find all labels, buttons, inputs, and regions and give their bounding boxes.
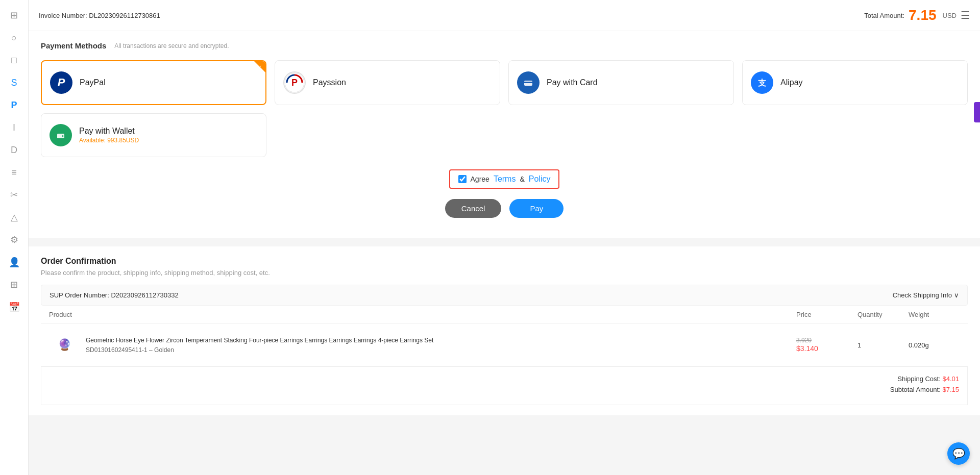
payssion-label: Payssion — [313, 78, 346, 87]
sidebar-icon-layers[interactable]: ≡ — [5, 163, 23, 182]
svg-text:P: P — [291, 78, 298, 88]
shipping-cost-label: Shipping Cost: — [897, 375, 941, 383]
product-name: Geometric Horse Eye Flower Zircon Temper… — [86, 336, 433, 345]
sup-order-number: SUP Order Number: D20230926112730332 — [50, 291, 179, 299]
product-table-row: 🔮 Geometric Horse Eye Flower Zircon Temp… — [41, 324, 968, 366]
payment-method-card[interactable]: Pay with Card — [508, 60, 734, 105]
main-content: Invoice Number: DL20230926112730861 Tota… — [29, 0, 980, 475]
total-amount: 7.15 — [909, 7, 937, 23]
shipping-cost-value: $4.01 — [942, 375, 959, 383]
sidebar-icon-box[interactable]: D — [5, 141, 23, 159]
topbar: Invoice Number: DL20230926112730861 Tota… — [29, 0, 980, 31]
alipay-icon: 支 — [751, 71, 773, 94]
alipay-label: Alipay — [780, 78, 803, 87]
chat-button[interactable]: 💬 — [947, 442, 970, 465]
payment-secure: All transactions are secure and encrypte… — [114, 42, 229, 49]
agree-box: Agree Terms & Policy — [449, 169, 560, 189]
sidebar: ⊞ ○ □ S P I D ≡ ✂ △ ⚙ 👤 ⊞ 📅 — [0, 0, 29, 475]
payment-method-payssion[interactable]: P Payssion — [275, 60, 500, 105]
paypal-label: PayPal — [80, 78, 106, 87]
sidebar-icon-chart[interactable]: △ — [5, 208, 23, 227]
invoice-number: Invoice Number: DL20230926112730861 — [39, 12, 160, 19]
agree-text-mid: & — [520, 175, 524, 183]
product-thumbnail: 🔮 — [49, 332, 80, 358]
agree-checkbox[interactable] — [458, 175, 467, 183]
payment-methods-row2: Pay with Wallet Available: 993.85USD — [41, 113, 968, 157]
agree-text-before: Agree — [471, 175, 489, 183]
agree-policy-link[interactable]: Policy — [529, 174, 551, 184]
product-sku: SD01301602495411-1 – Golden — [86, 346, 433, 354]
right-panel-indicator — [974, 102, 980, 122]
sidebar-icon-home[interactable]: ⊞ — [5, 6, 23, 24]
order-title: Order Confirmation — [41, 257, 968, 266]
action-buttons: Cancel Pay — [41, 199, 968, 218]
sidebar-icon-calendar2[interactable]: 📅 — [5, 298, 23, 316]
subtotal-label: Subtotal Amount: — [890, 386, 941, 393]
agree-section: Agree Terms & Policy — [41, 169, 968, 189]
card-label: Pay with Card — [547, 78, 598, 87]
payment-section: Payment Methods All transactions are sec… — [29, 31, 980, 238]
sidebar-icon-tools[interactable]: ✂ — [5, 186, 23, 204]
cancel-button[interactable]: Cancel — [445, 199, 502, 218]
payment-method-paypal[interactable]: P PayPal — [41, 60, 266, 105]
sidebar-icon-payment[interactable]: P — [5, 96, 23, 114]
price-original: 3.920 — [796, 337, 857, 344]
product-quantity: 1 — [857, 341, 909, 349]
order-subtitle: Please confirm the product, shipping inf… — [41, 269, 968, 277]
sidebar-icon-user[interactable]: ○ — [5, 29, 23, 47]
order-summary: Shipping Cost: $4.01 Subtotal Amount: $7… — [41, 366, 968, 405]
chevron-down-icon: ∨ — [954, 291, 959, 299]
agree-terms-link[interactable]: Terms — [494, 174, 516, 184]
sidebar-icon-settings[interactable]: ⚙ — [5, 231, 23, 249]
svg-point-8 — [62, 135, 64, 137]
wallet-info: Pay with Wallet Available: 993.85USD — [79, 127, 139, 144]
subtotal-value: $7.15 — [942, 386, 959, 393]
col-weight: Weight — [909, 311, 960, 318]
sidebar-icon-calendar[interactable]: □ — [5, 51, 23, 69]
sidebar-icon-active[interactable]: S — [5, 73, 23, 92]
product-price: 3.920 $3.140 — [796, 337, 857, 353]
shipping-cost-line: Shipping Cost: $4.01 — [50, 375, 959, 383]
total-amount-area: Total Amount: 7.15 USD ☰ — [864, 7, 970, 23]
total-label: Total Amount: — [864, 12, 904, 19]
col-price: Price — [796, 311, 857, 318]
col-quantity: Quantity — [857, 311, 909, 318]
order-section: Order Confirmation Please confirm the pr… — [29, 246, 980, 415]
payment-methods-row1: P PayPal P Payssion — [41, 60, 968, 105]
payment-method-alipay[interactable]: 支 Alipay — [742, 60, 968, 105]
svg-text:支: 支 — [757, 79, 767, 87]
svg-rect-4 — [524, 82, 532, 83]
col-product: Product — [49, 311, 796, 318]
paypal-icon: P — [50, 71, 72, 94]
check-shipping-button[interactable]: Check Shipping Info ∨ — [893, 291, 959, 299]
subtotal-line: Subtotal Amount: $7.15 — [50, 386, 959, 393]
payment-title: Payment Methods — [41, 41, 106, 50]
order-row: SUP Order Number: D20230926112730332 Che… — [41, 285, 968, 306]
product-weight: 0.020g — [909, 341, 960, 349]
wallet-icon — [50, 124, 72, 146]
product-table-header: Product Price Quantity Weight — [41, 306, 968, 324]
product-details: Geometric Horse Eye Flower Zircon Temper… — [86, 336, 433, 354]
pay-button[interactable]: Pay — [509, 199, 564, 218]
payssion-icon: P — [283, 71, 306, 94]
hamburger-icon[interactable]: ☰ — [961, 9, 970, 21]
price-sale: $3.140 — [796, 344, 818, 353]
card-icon — [517, 71, 540, 94]
sidebar-icon-person[interactable]: 👤 — [5, 253, 23, 271]
payment-header: Payment Methods All transactions are sec… — [41, 41, 968, 50]
payment-method-wallet[interactable]: Pay with Wallet Available: 993.85USD — [41, 113, 266, 157]
product-info: 🔮 Geometric Horse Eye Flower Zircon Temp… — [49, 332, 796, 358]
total-currency: USD — [943, 12, 957, 19]
sidebar-icon-invoice[interactable]: I — [5, 118, 23, 137]
sidebar-icon-grid[interactable]: ⊞ — [5, 276, 23, 294]
